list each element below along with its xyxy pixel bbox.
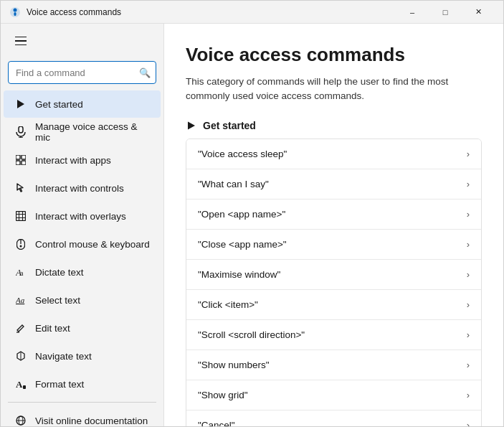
maximize-button[interactable]: □ [429, 1, 462, 24]
nav-item-navigate-text[interactable]: Navigate text [4, 342, 161, 370]
command-item-3[interactable]: "Close <app name>" › [186, 230, 481, 260]
nav-label-navigate-text: Navigate text [35, 351, 151, 362]
svg-rect-9 [16, 161, 20, 165]
search-icon: 🔍 [139, 67, 151, 78]
chevron-icon-8: › [467, 390, 470, 400]
command-item-2[interactable]: "Open <app name>" › [186, 200, 481, 230]
svg-point-1 [14, 8, 17, 11]
command-item-0[interactable]: "Voice access sleep" › [186, 139, 481, 169]
svg-point-19 [20, 245, 22, 247]
svg-rect-26 [23, 385, 26, 389]
nav-item-online-docs[interactable]: Visit online documentation [4, 407, 161, 426]
chevron-icon-5: › [467, 299, 470, 310]
globe-icon [14, 413, 28, 426]
cursor-icon [14, 181, 28, 195]
svg-text:Aa: Aa [16, 296, 25, 304]
chevron-icon-9: › [467, 420, 470, 427]
app-icon [9, 6, 21, 18]
nav-label-edit-text: Edit text [35, 323, 151, 334]
format-icon: A [14, 377, 28, 391]
search-input[interactable] [8, 61, 156, 84]
chevron-icon-3: › [467, 239, 470, 250]
mic-icon [14, 125, 28, 139]
command-text-9: "Cancel" [198, 420, 235, 427]
play-icon [14, 97, 28, 111]
nav-label-control-mouse: Control mouse & keyboard [35, 239, 151, 250]
command-text-5: "Click <item>" [198, 299, 258, 310]
command-text-4: "Maximise window" [198, 269, 280, 280]
nav-item-interact-apps[interactable]: Interact with apps [4, 146, 161, 174]
main-content: Voice access commands This category of c… [164, 24, 503, 426]
nav-label-interact-controls: Interact with controls [35, 183, 151, 194]
svg-marker-3 [17, 100, 24, 108]
nav-item-dictate-text[interactable]: A a Dictate text [4, 258, 161, 286]
nav-divider [8, 402, 156, 403]
app-window: Voice access commands – □ ✕ 🔍 [0, 0, 504, 427]
hamburger-line-2 [15, 40, 27, 42]
hamburger-line-3 [15, 44, 27, 46]
command-item-7[interactable]: "Show numbers" › [186, 350, 481, 380]
hamburger-menu[interactable] [9, 29, 32, 52]
select-icon: Aa [14, 293, 28, 307]
nav-item-control-mouse[interactable]: Control mouse & keyboard [4, 230, 161, 258]
svg-rect-12 [16, 212, 26, 221]
sidebar-header [1, 24, 163, 58]
command-text-1: "What can I say" [198, 179, 269, 189]
command-list: "Voice access sleep" › "What can I say" … [186, 139, 482, 427]
nav-item-edit-text[interactable]: Edit text [4, 314, 161, 342]
nav-item-interact-controls[interactable]: Interact with controls [4, 174, 161, 202]
command-text-6: "Scroll <scroll direction>" [198, 329, 305, 340]
svg-rect-4 [19, 126, 23, 133]
svg-marker-11 [17, 184, 23, 192]
grid-icon [14, 153, 28, 167]
page-title: Voice access commands [186, 44, 482, 66]
chevron-icon-4: › [467, 269, 470, 280]
nav-item-get-started[interactable]: Get started [4, 90, 161, 118]
chevron-icon-1: › [467, 179, 470, 189]
svg-marker-32 [188, 121, 195, 129]
section-header: Get started [186, 120, 482, 131]
svg-rect-10 [22, 161, 26, 165]
window-title: Voice access commands [27, 7, 396, 17]
edit-icon [14, 321, 28, 335]
command-item-6[interactable]: "Scroll <scroll direction>" › [186, 320, 481, 350]
command-text-0: "Voice access sleep" [198, 149, 287, 159]
svg-rect-2 [14, 12, 16, 16]
nav-list: Get started Manage voice access & mic [1, 90, 163, 426]
section-play-icon [186, 120, 197, 131]
minimize-button[interactable]: – [396, 1, 429, 24]
svg-rect-8 [22, 155, 26, 159]
navigate-icon [14, 349, 28, 363]
command-text-2: "Open <app name>" [198, 209, 285, 220]
command-text-8: "Show grid" [198, 390, 248, 400]
nav-item-select-text[interactable]: Aa Select text [4, 286, 161, 314]
nav-label-online-docs: Visit online documentation [35, 416, 151, 426]
window-controls: – □ ✕ [396, 1, 495, 24]
nav-item-manage-voice[interactable]: Manage voice access & mic [4, 118, 161, 146]
command-item-1[interactable]: "What can I say" › [186, 169, 481, 200]
chevron-icon-6: › [467, 329, 470, 340]
command-item-4[interactable]: "Maximise window" › [186, 260, 481, 290]
nav-label-get-started: Get started [35, 99, 151, 110]
command-item-8[interactable]: "Show grid" › [186, 380, 481, 410]
overlay-grid-icon [14, 209, 28, 223]
svg-text:A: A [16, 379, 23, 389]
nav-item-format-text[interactable]: A Format text [4, 370, 161, 398]
nav-label-interact-apps: Interact with apps [35, 155, 151, 166]
command-item-5[interactable]: "Click <item>" › [186, 290, 481, 320]
page-description: This category of commands will help the … [186, 75, 482, 104]
chevron-icon-0: › [467, 149, 470, 159]
nav-label-manage-voice: Manage voice access & mic [35, 121, 151, 143]
nav-label-select-text: Select text [35, 295, 151, 306]
chevron-icon-7: › [467, 360, 470, 370]
title-bar: Voice access commands – □ ✕ [1, 1, 503, 24]
app-body: 🔍 Get started [1, 24, 503, 426]
svg-text:a: a [20, 269, 24, 277]
nav-item-interact-overlays[interactable]: Interact with overlays [4, 202, 161, 230]
chevron-icon-2: › [467, 209, 470, 220]
mouse-icon [14, 237, 28, 251]
command-text-7: "Show numbers" [198, 360, 270, 370]
nav-label-dictate-text: Dictate text [35, 267, 151, 278]
command-item-9[interactable]: "Cancel" › [186, 410, 481, 427]
close-button[interactable]: ✕ [462, 1, 495, 24]
